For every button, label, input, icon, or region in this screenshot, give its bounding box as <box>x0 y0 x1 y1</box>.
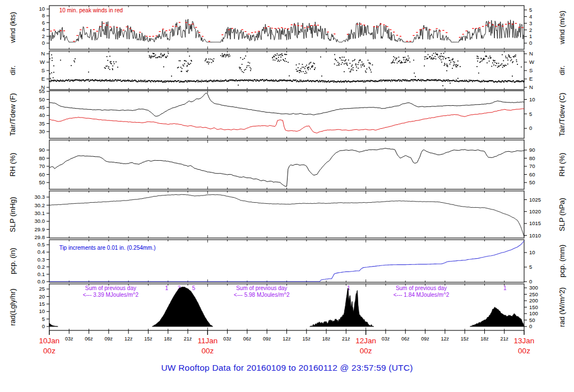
ytick-left-wind: 8 <box>42 12 45 18</box>
panel-dir: NESWNNESWNdir.dir. <box>8 50 566 90</box>
ytick-left-dir: S <box>41 67 45 73</box>
ytick-right-temp: 10 <box>529 96 535 102</box>
annotation-rad: Sum of previous day <box>236 285 287 291</box>
ytick-left-temp: 30 <box>39 128 45 134</box>
xtick-minor: 03z <box>65 336 73 342</box>
ytick-left-temp: 45 <box>39 104 45 110</box>
ytick-right-rad: 250 <box>529 291 538 297</box>
xtick-minor: 12z <box>124 336 133 342</box>
ytick-left-wind: 4 <box>42 26 45 32</box>
xtick-major-hour: 00z <box>360 347 372 355</box>
ytick-left-pcp: 0.0 <box>38 278 45 284</box>
ytick-left-rh: 70 <box>39 163 45 169</box>
ytick-right-temp: 0 <box>529 125 532 131</box>
solar-radiation-area-bump <box>49 323 58 326</box>
xtick-major-date: 10Jan <box>39 337 60 345</box>
ytick-left-slp: 30.2 <box>35 202 45 208</box>
ytick-left-rad: 15 <box>39 301 45 307</box>
xtick-minor: 09z <box>263 336 271 342</box>
xtick-minor: 15z <box>303 336 311 342</box>
xtick-minor: 12z <box>283 336 291 342</box>
ytick-right-dir: N <box>529 50 533 57</box>
annotation-wind: 10 min. peak winds in red <box>59 7 123 13</box>
ytick-right-dir: S <box>529 67 533 73</box>
ytick-right-rh: 70 <box>529 163 535 169</box>
axis-label-right-temp: Tair/Tdew (C) <box>558 92 566 136</box>
annotation-rad: 1 <box>503 285 507 291</box>
uw-rooftop-meteogram: 0246810012345wind (kts)wind (m/s)10 min.… <box>0 0 574 392</box>
ytick-left-rad: 10 <box>39 308 45 314</box>
ytick-left-temp: 40 <box>39 112 45 118</box>
panel-pcp: 0.00.10.20.30.40.50510pcp. (in)pcp. (mm)… <box>8 240 566 284</box>
xtick-minor: 15z <box>461 336 469 342</box>
axis-label-right-rad: rad (W/m^2) <box>558 287 566 327</box>
axis-label-right-wind: wind (m/s) <box>558 11 566 45</box>
ytick-left-slp: 30.0 <box>35 218 45 224</box>
ytick-left-dir: N <box>41 50 45 57</box>
ytick-right-wind: 0 <box>529 40 532 46</box>
panel-rh: 50607080905060708090RH (%)RH (%) <box>8 140 566 189</box>
ytick-left-pcp: 0.5 <box>38 241 45 248</box>
ytick-left-rad: 5 <box>42 316 45 322</box>
axis-label-right-dir: dir. <box>558 66 566 75</box>
panel-slp: 29.829.930.030.130.230.31010101510201025… <box>8 191 566 240</box>
axis-label-left-rh: RH (%) <box>8 153 17 177</box>
ytick-right-dir: E <box>529 76 533 82</box>
ytick-left-wind: 2 <box>42 33 45 39</box>
xtick-minor: 12z <box>441 336 450 342</box>
panel-wind: 0246810012345wind (kts)wind (m/s)10 min.… <box>8 6 566 49</box>
axis-label-left-dir: dir. <box>8 66 17 75</box>
xtick-minor: 21z <box>184 336 192 342</box>
ytick-right-pcp: 10 <box>529 249 535 255</box>
ytick-right-rh: 50 <box>529 179 535 185</box>
ytick-left-rh: 50 <box>39 179 45 185</box>
ytick-left-pcp: 0.1 <box>38 271 45 277</box>
xtick-major-date: 12Jan <box>355 337 376 345</box>
meteogram-chart-svg: 0246810012345wind (kts)wind (m/s)10 min.… <box>0 0 574 392</box>
axis-label-right-pcp: pcp. (mm) <box>558 245 566 278</box>
xtick-minor: 06z <box>243 336 252 342</box>
axis-label-left-pcp: pcp. (in) <box>8 248 17 274</box>
axis-label-right-slp: SLP (hPa) <box>558 198 566 231</box>
ytick-right-slp: 1025 <box>529 197 541 203</box>
panel-temp: 3035404550550510Tair/Tdew (F)Tair/Tdew (… <box>8 88 566 138</box>
ytick-right-temp: 5 <box>529 111 532 117</box>
ytick-right-rad: 200 <box>529 297 538 304</box>
ytick-left-slp: 29.9 <box>35 226 45 232</box>
xtick-minor: 21z <box>500 336 508 342</box>
ytick-left-rh: 80 <box>39 155 45 161</box>
wind-speed-avg-line <box>49 19 524 42</box>
xtick-minor: 06z <box>85 336 93 342</box>
xtick-major-hour: 00z <box>201 347 214 355</box>
axis-label-left-temp: Tair/Tdew (F) <box>8 93 17 136</box>
ytick-right-slp: 1010 <box>529 232 541 239</box>
ytick-right-pcp: 0 <box>529 278 532 284</box>
ytick-left-pcp: 0.4 <box>38 249 45 255</box>
xtick-minor: 21z <box>342 336 350 342</box>
ytick-right-rad: 300 <box>529 284 538 291</box>
annotation-rad: Sum of previous day <box>396 285 447 291</box>
tair-line <box>49 93 524 116</box>
panel-rad: 0510152025050100150200250300rad(Lgly/hr)… <box>8 284 566 330</box>
axis-label-left-slp: SLP (inHg) <box>8 197 17 232</box>
ytick-right-slp: 1020 <box>529 208 541 214</box>
xtick-minor: 18z <box>322 336 331 342</box>
xtick-major-hour: 00z <box>43 347 55 355</box>
ytick-right-wind: 1 <box>529 33 532 39</box>
xtick-minor: 03z <box>382 336 390 342</box>
xtick-minor: 15z <box>144 336 152 342</box>
xtick-minor: 03z <box>223 336 232 342</box>
ytick-left-pcp: 0.2 <box>38 264 45 270</box>
ytick-right-wind: 3 <box>529 20 532 26</box>
ytick-left-slp: 30.1 <box>35 210 45 216</box>
ytick-right-rh: 60 <box>529 171 535 178</box>
ytick-right-rad: 100 <box>529 310 538 316</box>
xtick-minor: 18z <box>480 336 489 342</box>
ytick-left-pcp: 0.3 <box>38 256 45 263</box>
tdew-line <box>49 109 524 133</box>
annotation-rad: Sum of previous day <box>85 285 136 291</box>
annotation-rad: 5 <box>192 285 196 291</box>
solar-radiation-area-bump <box>310 288 374 327</box>
annotation-pcp: Tip increments are 0.01 in. (0.254mm.) <box>59 245 156 251</box>
xtick-minor: 06z <box>401 336 410 342</box>
